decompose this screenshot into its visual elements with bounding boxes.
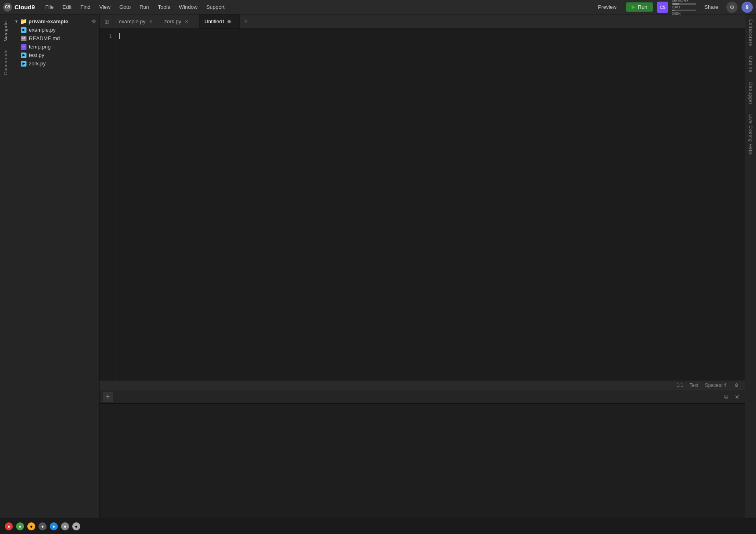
py-file-icon-3: ▶ — [21, 61, 26, 67]
bottom-icon-5[interactable]: ● — [50, 522, 58, 530]
py-file-icon: ▶ — [21, 27, 26, 33]
memory-bar — [672, 3, 696, 5]
tab-close-example-py[interactable]: ✕ — [148, 18, 154, 25]
bottom-icon-2[interactable]: ● — [16, 522, 24, 530]
menubar: C9 Cloud9 File Edit Find View Goto Run T… — [0, 0, 756, 14]
tree-folder-root[interactable]: ▼ 📁 private-example ⚙ — [11, 17, 99, 26]
terminal-tab-bar: + ⧉ ✕ — [100, 390, 745, 404]
status-bar: 1:1 Text Spaces: 4 ⚙ — [100, 380, 745, 390]
line-numbers: 1 — [100, 29, 116, 380]
tab-label: zork.py — [164, 18, 181, 24]
memory-label: MEMORY — [672, 0, 696, 3]
tree-item-example-py[interactable]: ▶ example.py — [11, 26, 99, 34]
right-panel-outline[interactable]: Outline — [747, 51, 755, 77]
sidebar-commands[interactable]: Commands — [2, 46, 10, 78]
png-file-icon: P — [21, 44, 26, 50]
tree-item-label: temp.png — [29, 44, 51, 50]
bottom-bar: ● ● ● ● ● ● ● — [0, 518, 756, 534]
menu-edit[interactable]: Edit — [59, 2, 75, 12]
share-button[interactable]: Share — [700, 2, 722, 12]
bottom-icon-1[interactable]: ● — [5, 522, 13, 530]
spaces-setting[interactable]: Spaces: 4 — [705, 382, 726, 388]
terminal-add-button[interactable]: + — [103, 392, 113, 402]
right-panel-collaborate[interactable]: Collaborate — [747, 14, 755, 51]
menu-items: File Edit Find View Goto Run Tools Windo… — [41, 2, 592, 12]
menu-view[interactable]: View — [96, 2, 115, 12]
right-panel-live-coding[interactable]: Live Coding Help! — [747, 109, 755, 161]
tab-unsaved-indicator — [228, 20, 231, 23]
editor-area: ⊞ example.py ✕ zork.py ✕ Untitled1 + 1 — [100, 14, 745, 518]
tab-add-button[interactable]: + — [240, 14, 252, 28]
language-mode[interactable]: Text — [690, 382, 699, 388]
tree-item-temp-png[interactable]: P temp.png — [11, 42, 99, 51]
user-avatar-icon: C9 — [657, 2, 668, 13]
cpu-bar-fill — [672, 10, 675, 11]
folder-chevron-icon: ▼ — [14, 19, 18, 24]
editor-content: 1 — [100, 29, 745, 380]
bottom-icon-7[interactable]: ● — [72, 522, 80, 530]
main-layout: Navigate Commands ▼ 📁 private-example ⚙ … — [0, 14, 756, 518]
memory-bar-fill — [672, 3, 679, 5]
preview-button[interactable]: Preview — [592, 2, 622, 12]
sidebar-navigate[interactable]: Navigate — [2, 18, 10, 44]
editor-cursor — [119, 33, 120, 39]
disk-label: DISK — [672, 12, 696, 16]
line-number-1: 1 — [100, 32, 112, 40]
menubar-right: Preview Run C9 MEMORY CPU DISK Share ⚙ 9 — [592, 0, 753, 16]
memory-display: MEMORY CPU DISK — [672, 0, 696, 16]
tab-label: Untitled1 — [204, 18, 225, 24]
menu-run[interactable]: Run — [136, 2, 153, 12]
tab-example-py[interactable]: example.py ✕ — [114, 14, 159, 28]
tree-item-label: README.md — [29, 35, 60, 41]
cursor-position[interactable]: 1:1 — [677, 382, 683, 388]
terminal-controls: ⧉ ✕ — [721, 392, 742, 401]
folder-icon: 📁 — [20, 18, 27, 24]
run-button-label: Run — [638, 4, 647, 10]
tab-zork-py[interactable]: zork.py ✕ — [159, 14, 199, 28]
folder-settings-icon[interactable]: ⚙ — [92, 19, 96, 24]
right-sidebar: Collaborate Outline Debugger Live Coding… — [745, 14, 756, 518]
menu-find[interactable]: Find — [76, 2, 94, 12]
tree-item-label: example.py — [29, 27, 55, 33]
tab-untitled1[interactable]: Untitled1 — [199, 14, 240, 28]
tab-label: example.py — [119, 18, 145, 24]
app-logo[interactable]: C9 Cloud9 — [3, 3, 35, 12]
file-tree: ▼ 📁 private-example ⚙ ▶ example.py M REA… — [11, 14, 100, 518]
tree-item-label: zork.py — [29, 61, 46, 67]
right-panel-debugger[interactable]: Debugger — [747, 77, 755, 109]
run-triangle-icon — [632, 5, 635, 9]
tab-close-zork-py[interactable]: ✕ — [183, 18, 190, 25]
app-title: Cloud9 — [14, 4, 35, 10]
user-avatar[interactable]: 9 — [742, 2, 753, 13]
menu-window[interactable]: Window — [175, 2, 201, 12]
menu-tools[interactable]: Tools — [154, 2, 174, 12]
bottom-icon-3[interactable]: ● — [27, 522, 35, 530]
editor-settings-gear-icon[interactable]: ⚙ — [733, 382, 740, 389]
bottom-icon-4[interactable]: ● — [39, 522, 47, 530]
tree-item-zork-py[interactable]: ▶ zork.py — [11, 59, 99, 68]
settings-button[interactable]: ⚙ — [726, 2, 738, 13]
terminal-duplicate-icon[interactable]: ⧉ — [721, 392, 730, 401]
md-file-icon: M — [21, 36, 26, 41]
run-button[interactable]: Run — [626, 2, 653, 12]
menu-file[interactable]: File — [41, 2, 58, 12]
menu-goto[interactable]: Goto — [115, 2, 134, 12]
tree-item-readme-md[interactable]: M README.md — [11, 34, 99, 42]
terminal-panel: + ⧉ ✕ New File ^ N New Terminal ⌥ T New … — [100, 390, 745, 518]
folder-name: private-example — [28, 18, 68, 24]
tab-panel-icon: ⊞ — [101, 14, 112, 28]
cpu-label: CPU — [672, 5, 696, 9]
tree-item-test-py[interactable]: ▶ test.py — [11, 51, 99, 59]
terminal-close-icon[interactable]: ✕ — [733, 392, 742, 401]
cpu-bar — [672, 10, 696, 11]
editor-text[interactable] — [116, 29, 745, 380]
tab-bar: ⊞ example.py ✕ zork.py ✕ Untitled1 + — [100, 14, 745, 29]
logo-icon: C9 — [3, 3, 12, 12]
left-sidebar: Navigate Commands — [0, 14, 11, 518]
py-file-icon-2: ▶ — [21, 53, 26, 58]
bottom-icon-6[interactable]: ● — [61, 522, 69, 530]
tree-item-label: test.py — [29, 52, 44, 58]
menu-support[interactable]: Support — [202, 2, 229, 12]
